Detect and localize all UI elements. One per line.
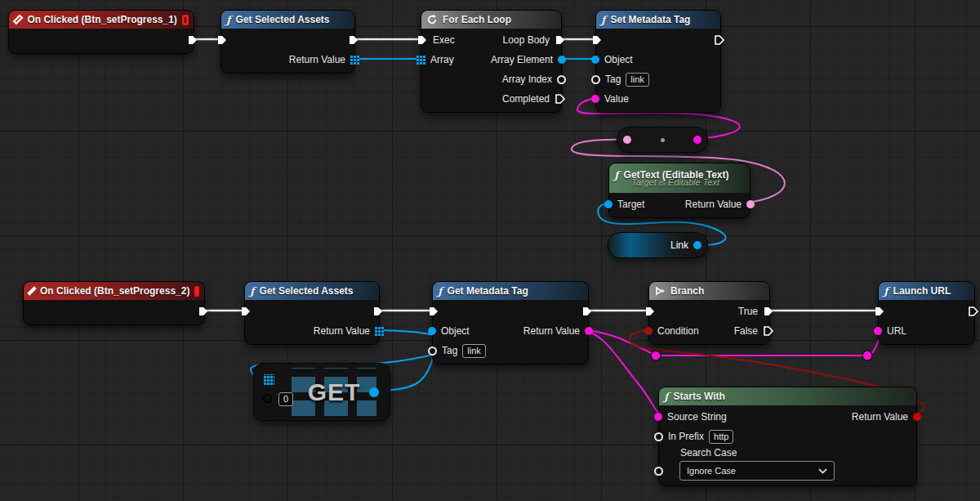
breakpoint-icon[interactable] xyxy=(182,15,189,25)
string-pin-out[interactable] xyxy=(693,136,702,144)
pin-label: Loop Body xyxy=(503,34,550,46)
pin-label: URL xyxy=(887,325,906,337)
node-header[interactable]: ƒ Get Selected Assets xyxy=(245,282,379,300)
node-header[interactable]: Branch xyxy=(649,282,769,300)
node-header[interactable]: For Each Loop xyxy=(421,11,561,29)
exec-out-pin[interactable] xyxy=(581,306,593,317)
string-pin-in[interactable] xyxy=(874,327,882,335)
node-title: Set Metadata Tag xyxy=(611,14,691,25)
exec-out-pin[interactable] xyxy=(187,34,198,46)
reroute-node-2[interactable] xyxy=(862,351,872,360)
function-icon: ƒ xyxy=(601,15,606,25)
exec-in-pin[interactable] xyxy=(874,306,885,317)
string-pin-in[interactable] xyxy=(654,413,662,421)
object-pin-out[interactable] xyxy=(369,387,379,397)
int-pin-in[interactable] xyxy=(263,394,272,403)
node-header[interactable]: ƒ Get Selected Assets xyxy=(221,11,354,29)
exec-out-pin[interactable] xyxy=(198,306,209,317)
exec-out-pin-true[interactable] xyxy=(763,306,774,317)
pin-label: Target xyxy=(617,199,644,210)
object-pin-out[interactable] xyxy=(558,56,566,64)
node-on-clicked-1[interactable]: On Clicked (Btn_setProgress_1) xyxy=(8,10,194,54)
enum-pin-in[interactable] xyxy=(654,467,663,476)
node-get-link-variable[interactable]: Link xyxy=(608,232,708,258)
array-pin-in[interactable] xyxy=(416,56,425,65)
node-title: Launch URL xyxy=(893,285,951,297)
node-header[interactable]: On Clicked (Btn_setProgress_1) xyxy=(9,11,194,29)
node-set-metadata-tag[interactable]: ƒ Set Metadata Tag Object Tag link xyxy=(595,10,721,113)
branch-icon xyxy=(654,285,666,297)
function-icon: ƒ xyxy=(250,286,255,297)
pin-label: In Prefix xyxy=(668,431,704,442)
bool-pin-in[interactable] xyxy=(644,327,653,335)
node-branch[interactable]: Branch True Condition False xyxy=(648,281,770,345)
pin-label: Value xyxy=(604,93,629,105)
node-title: On Clicked (Btn_setProgress_2) xyxy=(40,285,189,297)
exec-out-pin[interactable] xyxy=(372,306,384,317)
node-gettext-editable-text[interactable]: ƒ GetText (Editable Text) Target is Edit… xyxy=(608,163,751,218)
node-text-to-string-conversion[interactable] xyxy=(617,127,708,153)
breakpoint-icon[interactable] xyxy=(194,286,199,297)
pin-label: Array Index xyxy=(502,74,552,85)
node-get-selected-assets-1[interactable]: ƒ Get Selected Assets Return Value xyxy=(220,10,355,74)
node-header[interactable]: On Clicked (Btn_setProgress_2) xyxy=(24,282,204,300)
node-header[interactable]: ƒ Launch URL xyxy=(879,282,974,300)
object-pin-out[interactable] xyxy=(693,241,702,249)
array-pin-out[interactable] xyxy=(375,327,384,336)
tag-value-input[interactable]: link xyxy=(626,73,649,87)
array-pin-out[interactable] xyxy=(350,56,359,65)
reroute-node-1[interactable] xyxy=(651,351,661,360)
target-pin-in[interactable] xyxy=(604,200,612,208)
exec-in-pin[interactable] xyxy=(644,306,656,317)
node-subtitle: Target is Editable Text xyxy=(631,178,745,187)
exec-out-pin[interactable] xyxy=(968,306,979,317)
blueprint-graph-canvas[interactable]: On Clicked (Btn_setProgress_1) ƒ Get Sel… xyxy=(0,0,980,501)
exec-out-pin[interactable] xyxy=(714,34,725,46)
string-pin-in-prefix[interactable] xyxy=(654,432,663,441)
exec-in-pin[interactable] xyxy=(428,306,439,317)
function-icon: ƒ xyxy=(438,286,443,297)
bool-pin-out[interactable] xyxy=(913,413,921,421)
index-value-input[interactable]: 0 xyxy=(278,392,293,406)
node-get-selected-assets-2[interactable]: ƒ Get Selected Assets Return Value xyxy=(244,281,380,345)
node-title: Starts With xyxy=(674,391,725,402)
int-pin-out[interactable] xyxy=(557,75,566,84)
pin-label: Object xyxy=(604,54,633,65)
get-node-label: GET xyxy=(292,364,376,420)
string-pin-out[interactable] xyxy=(585,327,593,335)
text-pin-in[interactable] xyxy=(623,136,631,144)
string-pin-in[interactable] xyxy=(591,95,599,103)
exec-in-pin[interactable] xyxy=(240,306,252,317)
node-get-metadata-tag[interactable]: ƒ Get Metadata Tag Object Return Value xyxy=(432,281,589,365)
pin-label: Source String xyxy=(667,411,727,423)
object-pin-in[interactable] xyxy=(428,327,436,335)
text-pin-out[interactable] xyxy=(746,200,755,208)
node-on-clicked-2[interactable]: On Clicked (Btn_setProgress_2) xyxy=(23,281,205,325)
exec-in-pin[interactable] xyxy=(591,34,603,46)
array-pin-in[interactable] xyxy=(264,374,274,385)
node-header[interactable]: ƒ Set Metadata Tag xyxy=(596,11,720,29)
node-header[interactable]: ƒ Starts With xyxy=(659,387,916,405)
name-pin-in[interactable] xyxy=(428,347,437,356)
node-header[interactable]: ƒ GetText (Editable Text) Target is Edit… xyxy=(609,163,750,193)
pin-label: True xyxy=(738,306,758,317)
search-case-dropdown[interactable]: Ignore Case xyxy=(679,461,835,481)
node-launch-url[interactable]: ƒ Launch URL URL xyxy=(878,281,975,345)
name-pin-in[interactable] xyxy=(591,75,600,84)
function-icon: ƒ xyxy=(664,391,669,402)
node-starts-with[interactable]: ƒ Starts With Source String Return Value… xyxy=(658,387,917,486)
node-for-each-loop[interactable]: For Each Loop Exec Loop Body Array xyxy=(421,10,562,113)
exec-in-pin[interactable] xyxy=(216,34,228,46)
object-pin-in[interactable] xyxy=(591,56,599,64)
prefix-value-input[interactable]: http xyxy=(709,430,733,444)
exec-in-pin[interactable] xyxy=(416,34,428,46)
exec-out-pin[interactable] xyxy=(348,34,359,46)
exec-out-pin[interactable] xyxy=(555,34,566,46)
tag-value-input[interactable]: link xyxy=(462,344,486,358)
exec-out-pin-completed[interactable] xyxy=(555,93,566,105)
pin-label: Exec xyxy=(433,34,455,46)
node-array-get[interactable]: GET 0 xyxy=(253,363,390,421)
node-header[interactable]: ƒ Get Metadata Tag xyxy=(433,282,588,300)
exec-out-pin-false[interactable] xyxy=(763,325,774,337)
pin-label: False xyxy=(734,325,758,337)
